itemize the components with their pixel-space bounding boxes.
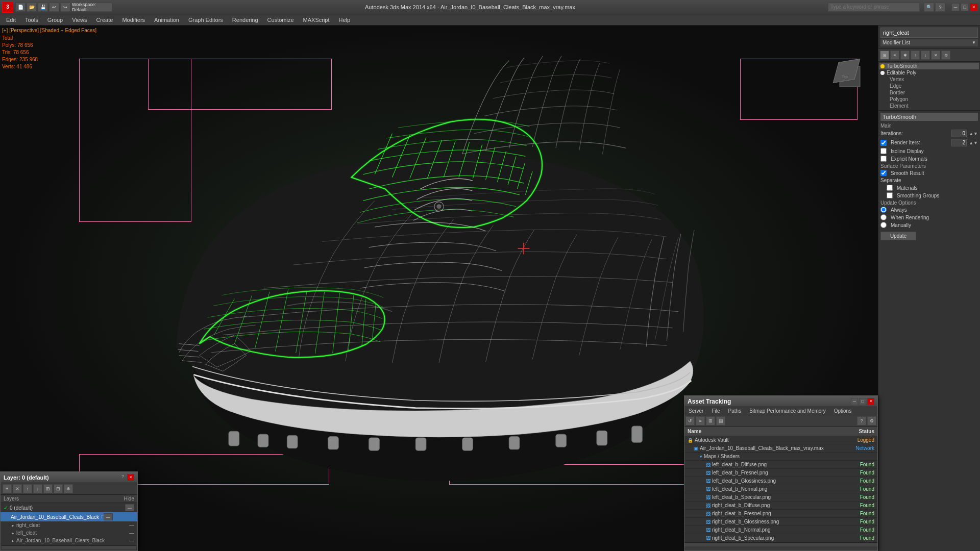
sub-item-edge[interactable]: Edge — [879, 83, 979, 89]
layer-new-btn[interactable]: + — [3, 484, 12, 493]
sub-layer-hide-air-jordan-obj[interactable]: — — [129, 538, 134, 543]
sub-layer-air-jordan-obj[interactable]: ▸ Air_Jordan_10_Baseball_Cleats_Black — — [1, 537, 137, 544]
maximize-button[interactable]: □ — [961, 3, 969, 11]
modifier-icon-2[interactable]: ≡ — [890, 51, 899, 60]
at-question-btn[interactable]: ? — [857, 416, 866, 425]
isoline-display-checkbox[interactable] — [880, 148, 887, 154]
at-detail-btn[interactable]: ▤ — [716, 416, 725, 425]
menu-animation[interactable]: Animation — [150, 16, 183, 24]
render-iters-checkbox[interactable] — [880, 140, 887, 146]
asset-table-row-10[interactable]: 🖼right_cleat_b_Glossiness.pngFound — [684, 518, 877, 526]
search-input[interactable] — [828, 3, 920, 12]
at-menu-paths[interactable]: Paths — [724, 407, 746, 415]
render-iters-spinner[interactable]: ▲▼ — [969, 140, 978, 145]
menu-tools[interactable]: Tools — [21, 16, 42, 24]
at-list-btn[interactable]: ≡ — [696, 416, 705, 425]
at-menu-file[interactable]: File — [707, 407, 724, 415]
at-menu-bitmap[interactable]: Bitmap Performance and Memory — [745, 407, 830, 415]
editablepoly-mod-item[interactable]: Editable Poly — [879, 69, 979, 76]
undo-btn[interactable]: ↩ — [49, 3, 59, 12]
layer-delete-btn[interactable]: ✕ — [13, 484, 22, 493]
search-icon-btn[interactable]: 🔍 — [924, 3, 934, 12]
asset-table-row-4[interactable]: 🖼left_cleat_b_Fresnel.pngFound — [684, 469, 877, 477]
update-button[interactable]: Update — [880, 232, 916, 240]
sub-item-border[interactable]: Border — [879, 89, 979, 96]
layer-0-default[interactable]: ✓ 0 (default) — — [1, 503, 137, 512]
always-radio[interactable] — [880, 207, 887, 213]
asset-table-row-12[interactable]: 🖼right_cleat_b_Specular.pngFound — [684, 534, 877, 542]
new-btn[interactable]: 📄 — [15, 3, 26, 12]
layer-hide-0[interactable]: — — [125, 504, 134, 511]
modifier-icon-5[interactable]: ↓ — [921, 51, 930, 60]
asset-tracking-maximize[interactable]: □ — [859, 398, 866, 405]
modifier-icon-6[interactable]: ✕ — [931, 51, 940, 60]
redo-btn[interactable]: ↪ — [60, 3, 70, 12]
layer-freeze-btn[interactable]: ❄ — [64, 484, 73, 493]
asset-table-row-0[interactable]: 🔒Autodesk VaultLogged — [684, 436, 877, 444]
menu-modifiers[interactable]: Modifiers — [118, 16, 149, 24]
asset-table-row-7[interactable]: 🖼left_cleat_b_Specular.pngFound — [684, 493, 877, 502]
save-btn[interactable]: 💾 — [38, 3, 48, 12]
sub-layer-hide-right[interactable]: — — [129, 522, 134, 528]
at-grid-btn[interactable]: ⊞ — [706, 416, 715, 425]
layer-move-up-btn[interactable]: ↑ — [23, 484, 32, 493]
layers-help[interactable]: ? — [121, 474, 124, 481]
object-name-field[interactable] — [880, 28, 978, 38]
layer-hide-air-jordan[interactable]: — — [104, 513, 113, 520]
modifier-icon-7[interactable]: ⚙ — [941, 51, 950, 60]
asset-table-row-3[interactable]: 🖼left_cleat_b_Diffuse.pngFound — [684, 461, 877, 469]
smoothing-groups-checkbox[interactable] — [887, 192, 893, 198]
help-btn[interactable]: ? — [935, 3, 945, 12]
iterations-input[interactable] — [951, 130, 967, 137]
menu-graph-editors[interactable]: Graph Editors — [184, 16, 227, 24]
sub-layer-hide-left[interactable]: — — [129, 530, 134, 536]
at-refresh-btn[interactable]: ↺ — [685, 416, 695, 425]
at-menu-server[interactable]: Server — [684, 407, 707, 415]
smooth-result-checkbox[interactable] — [880, 170, 887, 176]
manually-radio[interactable] — [880, 222, 887, 228]
asset-tracking-minimize[interactable]: ─ — [851, 398, 858, 405]
asset-table-row-9[interactable]: 🖼right_cleat_b_Fresnel.pngFound — [684, 510, 877, 518]
menu-group[interactable]: Group — [43, 16, 67, 24]
asset-table-row-5[interactable]: 🖼left_cleat_b_Glossiness.pngFound — [684, 477, 877, 485]
modifier-list-header[interactable]: Modifier List ▼ — [880, 39, 978, 46]
layers-scrollbar[interactable] — [2, 545, 136, 549]
minimize-button[interactable]: ─ — [951, 3, 960, 11]
asset-tracking-close[interactable]: ✕ — [867, 398, 874, 405]
layer-unlink-btn[interactable]: ⊟ — [54, 484, 63, 493]
layers-close[interactable]: ✕ — [127, 474, 134, 481]
nav-cube[interactable]: Top — [832, 59, 868, 94]
menu-views[interactable]: Views — [68, 16, 91, 24]
asset-table-row-1[interactable]: ▣Air_Jordan_10_Baseball_Cleats_Black_max… — [684, 444, 877, 453]
menu-customize[interactable]: Customize — [263, 16, 298, 24]
layer-move-down-btn[interactable]: ↓ — [33, 484, 42, 493]
turbosmooth-mod-item[interactable]: TurboSmooth — [879, 63, 979, 69]
asset-table-row-6[interactable]: 🖼left_cleat_b_Normal.pngFound — [684, 485, 877, 493]
asset-table-row-8[interactable]: 🖼right_cleat_b_Diffuse.pngFound — [684, 502, 877, 510]
layer-link-btn[interactable]: ⊞ — [43, 484, 53, 493]
menu-create[interactable]: Create — [92, 16, 117, 24]
materials-checkbox[interactable] — [887, 185, 893, 191]
open-btn[interactable]: 📂 — [27, 3, 37, 12]
layer-air-jordan[interactable]: Air_Jordan_10_Baseball_Cleats_Black □ — — [1, 512, 137, 521]
when-rendering-radio[interactable] — [880, 214, 887, 220]
asset-table-row-2[interactable]: ▾Maps / Shaders — [684, 453, 877, 461]
modifier-icon-3[interactable]: ✱ — [900, 51, 910, 60]
asset-tracking-hscrollbar[interactable] — [684, 542, 877, 546]
sub-item-element[interactable]: Element — [879, 103, 979, 109]
sub-layer-right-cleat[interactable]: ▸ right_cleat — — [1, 521, 137, 529]
asset-table-row-11[interactable]: 🖼right_cleat_b_Normal.pngFound — [684, 526, 877, 534]
sub-item-polygon[interactable]: Polygon — [879, 96, 979, 103]
close-button[interactable]: ✕ — [970, 3, 978, 11]
sub-layer-left-cleat[interactable]: ▸ left_cleat — — [1, 529, 137, 537]
menu-rendering[interactable]: Rendering — [228, 16, 262, 24]
workspace-btn[interactable]: Workspace: Default — [71, 3, 112, 12]
sub-item-vertex[interactable]: Vertex — [879, 76, 979, 83]
render-iters-input[interactable] — [951, 139, 967, 146]
menu-edit[interactable]: Edit — [2, 16, 20, 24]
modifier-icon-1[interactable]: ⊞ — [880, 51, 889, 60]
explicit-normals-checkbox[interactable] — [880, 156, 887, 162]
modifier-icon-4[interactable]: ↑ — [911, 51, 920, 60]
menu-maxscript[interactable]: MAXScript — [299, 16, 334, 24]
at-settings-btn[interactable]: ⚙ — [867, 416, 876, 425]
